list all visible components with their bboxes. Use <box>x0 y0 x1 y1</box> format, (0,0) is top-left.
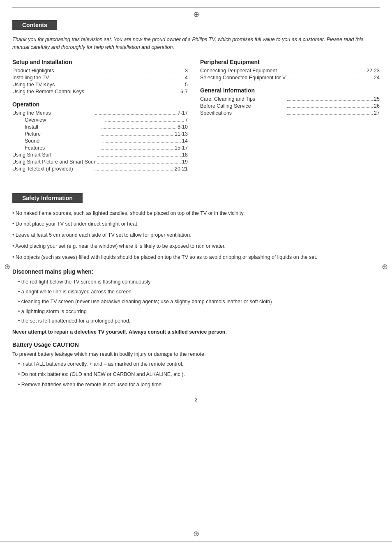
safety-bullet-2: Do not place your TV set under direct su… <box>12 220 380 228</box>
toc-page: 27 <box>374 110 380 116</box>
contents-section: Contents Thank you for purchasing this t… <box>12 20 380 173</box>
general-heading: General Information <box>200 87 380 94</box>
toc-dots <box>287 79 373 79</box>
toc-item: Using Teletext (if provided) 20-21 <box>12 166 188 172</box>
toc-page: 25 <box>374 96 380 102</box>
toc-page: 20-21 <box>175 166 188 172</box>
toc-page: 11-13 <box>175 131 188 137</box>
toc-page: 7-17 <box>178 110 188 116</box>
toc-item: Using the TV Keys 5 <box>12 82 188 88</box>
toc-label: Using the Menus <box>12 110 94 116</box>
toc-label: Selecting Connected Equipment for Viewin… <box>200 75 286 81</box>
toc-page: 14 <box>182 138 188 144</box>
toc-label: Specifications <box>200 110 286 116</box>
top-line <box>12 7 380 8</box>
toc-dots <box>99 79 184 79</box>
toc-label: Using the TV Keys <box>12 82 97 88</box>
battery-intro: To prevent battery leakage which may res… <box>12 351 380 357</box>
toc-item: Using the Menus 7-17 <box>12 110 188 116</box>
toc-label: Connecting Peripheral Equipment <box>200 68 282 74</box>
disconnect-list: the red light below the TV screen is fla… <box>12 278 380 325</box>
toc-item: Sound 14 <box>12 138 188 144</box>
battery-item-3: Remove batteries when the remote is not … <box>12 381 380 389</box>
toc-dots <box>94 170 174 171</box>
battery-item-1: Install ALL batteries correctly, + and –… <box>12 360 380 368</box>
crosshair-left: ⊕ <box>4 262 10 271</box>
toc-dots <box>101 128 176 129</box>
toc-right: Peripheral Equipment Connecting Peripher… <box>196 59 380 173</box>
safety-bullet-5: No objects (such as vases) filled with l… <box>12 254 380 261</box>
crosshair-right: ⊕ <box>382 262 388 271</box>
toc-label: Overview <box>25 117 104 123</box>
toc-item: Using Smart Picture and Smart Sound 19 <box>12 159 188 165</box>
toc-label: Install <box>25 124 100 130</box>
toc-dots <box>100 135 174 136</box>
toc-label: Before Calling Service <box>200 103 286 109</box>
toc-item: Before Calling Service 26 <box>200 103 380 109</box>
toc-label: Installing the TV <box>12 75 97 81</box>
toc-label: Care, Cleaning and Tips <box>200 96 286 102</box>
toc-page: 7 <box>185 117 188 123</box>
operation-heading: Operation <box>12 101 188 108</box>
toc-page: 3 <box>185 68 188 74</box>
toc-page: 4 <box>185 75 188 81</box>
toc-dots <box>99 86 184 86</box>
toc-left: Setup and Installation Product Highlight… <box>12 59 196 173</box>
safety-bullet-list: No naked flame sources, such as lighted … <box>12 210 380 261</box>
toc-label: Using Smart Picture and Smart Sound <box>12 159 96 165</box>
toc-label: Sound <box>25 138 102 144</box>
toc-label: Features <box>25 145 99 151</box>
crosshair-bottom: ⊕ <box>193 529 199 538</box>
toc-item: Overview 7 <box>12 117 188 123</box>
toc-dots <box>287 114 373 115</box>
toc-item: Using the Remote Control Keys 6-7 <box>12 89 188 95</box>
toc-dots <box>96 93 179 93</box>
disconnect-item-5: the set is left unattended for a prolong… <box>12 317 380 325</box>
toc-dots <box>287 107 373 108</box>
toc-dots <box>97 156 181 157</box>
disconnect-item-2: a bright white line is displayed across … <box>12 288 380 296</box>
toc-page: 22-23 <box>367 68 380 74</box>
footer: 43.50PP7445_DFU_Eng_69.indd 2 2005-01-20… <box>0 541 392 544</box>
toc-label: Using Smart Surf <box>12 152 96 158</box>
toc-page: 8-10 <box>178 124 188 130</box>
safety-bullet-4: Avoid placing your set (e.g. near the wi… <box>12 242 380 250</box>
toc-columns: Setup and Installation Product Highlight… <box>12 59 380 173</box>
bold-warning: Never attempt to repair a defective TV y… <box>12 329 380 335</box>
toc-dots <box>99 72 184 72</box>
toc-label: Product Highlights <box>12 68 97 74</box>
toc-dots <box>95 114 176 115</box>
toc-page: 24 <box>374 75 380 81</box>
toc-label: Using the Remote Control Keys <box>12 89 95 95</box>
toc-page: 19 <box>182 159 188 165</box>
toc-item: Install 8-10 <box>12 124 188 130</box>
toc-label: Using Teletext (if provided) <box>12 166 92 172</box>
toc-dots <box>284 72 366 72</box>
toc-item: Specifications 27 <box>200 110 380 116</box>
contents-header: Contents <box>12 20 57 30</box>
safety-section: Safety Information No naked flame source… <box>12 193 380 389</box>
battery-item-2: Do not mix batteries: (OLD and NEW or CA… <box>12 371 380 378</box>
disconnect-item-3: cleaning the TV screen (never use abrasi… <box>12 298 380 306</box>
disconnect-item-1: the red light below the TV screen is fla… <box>12 278 380 286</box>
battery-heading: Battery Usage CAUTION <box>12 341 380 348</box>
page: ⊕ Contents Thank you for purchasing this… <box>0 7 392 544</box>
battery-list: Install ALL batteries correctly, + and –… <box>12 360 380 388</box>
toc-item: Picture 11-13 <box>12 131 188 137</box>
toc-label: Picture <box>25 131 99 137</box>
toc-item: Selecting Connected Equipment for Viewin… <box>200 75 380 81</box>
divider <box>12 183 380 183</box>
toc-item: Installing the TV 4 <box>12 75 188 81</box>
toc-dots <box>97 163 181 164</box>
disconnect-heading: Disconnect mains plug when: <box>12 268 380 275</box>
page-number: 2 <box>0 396 392 403</box>
peripheral-heading: Peripheral Equipment <box>200 59 380 65</box>
toc-dots <box>104 142 181 143</box>
toc-item: Product Highlights 3 <box>12 68 188 74</box>
safety-bullet-3: Leave at least 5 cm around each side of … <box>12 231 380 239</box>
disconnect-item-4: a lightning storm is occurring <box>12 308 380 316</box>
toc-item: Features 15-17 <box>12 145 188 151</box>
crosshair-top: ⊕ <box>193 10 199 19</box>
toc-page: 15-17 <box>175 145 188 151</box>
setup-heading: Setup and Installation <box>12 59 188 65</box>
